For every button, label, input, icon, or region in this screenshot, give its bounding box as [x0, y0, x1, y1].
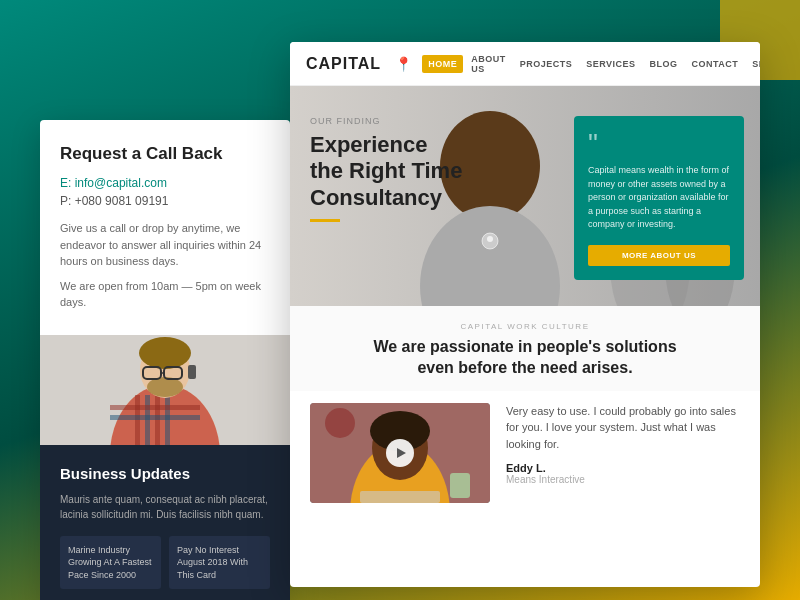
svg-rect-34: [360, 491, 440, 503]
business-updates-section: Business Updates Mauris ante quam, conse…: [40, 445, 290, 601]
nav-blog[interactable]: BLOG: [644, 55, 684, 73]
nav-projects[interactable]: PROJECTS: [514, 55, 579, 73]
navbar: CAPITAL 📍 HOME ABOUT US PROJECTS SERVICE…: [290, 42, 760, 86]
callback-email: E: info@capital.com: [60, 176, 270, 190]
testimonial-section: Very easy to use. I could probably go in…: [290, 391, 760, 515]
svg-point-11: [139, 337, 191, 369]
person-illustration: [40, 335, 290, 445]
svg-rect-16: [188, 365, 196, 379]
quote-card: " Capital means wealth in the form of mo…: [574, 116, 744, 280]
more-about-us-button[interactable]: MORE ABOUT US: [588, 245, 730, 266]
email-link[interactable]: info@capital.com: [75, 176, 167, 190]
nav-shop[interactable]: SHOP: [746, 55, 760, 73]
culture-title: We are passionate in people's solutions …: [310, 337, 740, 379]
nav-links: HOME ABOUT US PROJECTS SERVICES BLOG CON…: [422, 50, 760, 78]
quote-mark-icon: ": [588, 130, 730, 158]
brand-name[interactable]: CAPITAL: [306, 55, 381, 73]
news-item-2[interactable]: Pay No Interest August 2018 With This Ca…: [169, 536, 270, 590]
hero-title: Experience the Right Time Consultancy: [310, 132, 462, 211]
news-item-1[interactable]: Marine Industry Growing At A Fastest Pac…: [60, 536, 161, 590]
testimonial-company: Means Interactive: [506, 474, 740, 485]
updates-description: Mauris ante quam, consequat ac nibh plac…: [60, 492, 270, 522]
svg-point-27: [487, 236, 493, 242]
culture-label: CAPITAL WORK CULTURE: [310, 322, 740, 331]
svg-rect-9: [110, 415, 200, 420]
callback-phone: P: +080 9081 09191: [60, 194, 270, 208]
testimonial-text: Very easy to use. I could probably go in…: [506, 403, 740, 453]
callback-person-image: [40, 335, 290, 445]
news-items-list: Marine Industry Growing At A Fastest Pac…: [60, 536, 270, 590]
callback-card: Request a Call Back E: info@capital.com …: [40, 120, 290, 600]
main-website-card: CAPITAL 📍 HOME ABOUT US PROJECTS SERVICE…: [290, 42, 760, 587]
culture-section: CAPITAL WORK CULTURE We are passionate i…: [290, 306, 760, 391]
svg-rect-35: [450, 473, 470, 498]
video-thumbnail[interactable]: [310, 403, 490, 503]
hero-section: OUR FINDING Experience the Right Time Co…: [290, 86, 760, 306]
callback-card-top: Request a Call Back E: info@capital.com …: [40, 120, 290, 335]
hero-content: OUR FINDING Experience the Right Time Co…: [310, 116, 462, 222]
nav-home[interactable]: HOME: [422, 55, 463, 73]
callback-desc2: We are open from 10am — 5pm on week days…: [60, 278, 270, 311]
play-button[interactable]: [386, 439, 414, 467]
callback-desc1: Give us a call or drop by anytime, we en…: [60, 220, 270, 270]
testimonial-author: Eddy L.: [506, 462, 740, 474]
play-triangle-icon: [397, 448, 406, 458]
nav-services[interactable]: SERVICES: [580, 55, 641, 73]
hero-label: OUR FINDING: [310, 116, 462, 126]
callback-title: Request a Call Back: [60, 144, 270, 164]
testimonial-content: Very easy to use. I could probably go in…: [506, 403, 740, 486]
quote-text: Capital means wealth in the form of mone…: [588, 164, 730, 232]
location-icon: 📍: [395, 56, 412, 72]
hero-underline-decor: [310, 219, 340, 222]
svg-point-30: [325, 408, 355, 438]
updates-title: Business Updates: [60, 465, 270, 482]
nav-about[interactable]: ABOUT US: [465, 50, 512, 78]
svg-rect-8: [110, 405, 200, 410]
nav-contact[interactable]: CONTACT: [686, 55, 745, 73]
